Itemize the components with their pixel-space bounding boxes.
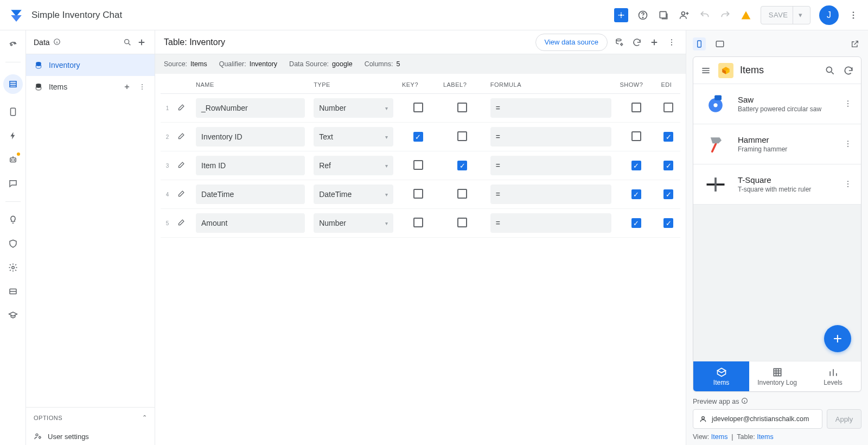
footer-view-link[interactable]: Items xyxy=(711,433,728,441)
key-checkbox[interactable] xyxy=(413,189,423,199)
more-icon[interactable] xyxy=(847,9,859,21)
rail-home-icon[interactable] xyxy=(7,38,19,50)
editable-checkbox[interactable] xyxy=(663,161,673,170)
preview-refresh-icon[interactable] xyxy=(843,65,854,77)
edit-column-icon[interactable] xyxy=(177,105,186,113)
editable-checkbox[interactable] xyxy=(663,189,673,199)
preview-tab[interactable]: Inventory Log xyxy=(749,361,805,391)
user-settings-item[interactable]: User settings xyxy=(26,428,155,445)
show-checkbox[interactable] xyxy=(631,189,641,199)
footer-table-link[interactable]: Items xyxy=(757,433,774,441)
list-item-more-icon[interactable] xyxy=(844,139,853,149)
column-type-select[interactable]: DateTime▾ xyxy=(314,185,393,204)
formula-input[interactable]: = xyxy=(490,98,611,118)
svg-rect-45 xyxy=(714,177,717,192)
rail-data-icon[interactable] xyxy=(3,74,23,94)
preview-list-item[interactable]: Saw Battery powered circular saw xyxy=(693,84,861,124)
preview-mobile-icon[interactable] xyxy=(693,37,706,50)
key-checkbox[interactable] xyxy=(413,218,423,227)
edit-column-icon[interactable] xyxy=(177,220,186,228)
column-type-select[interactable]: Ref▾ xyxy=(314,156,393,175)
search-tables-icon[interactable] xyxy=(122,37,133,48)
apply-button[interactable]: Apply xyxy=(827,409,861,429)
table-item-inventory[interactable]: Inventory xyxy=(26,54,155,76)
editable-checkbox[interactable] xyxy=(663,132,673,142)
table-item-items[interactable]: Items xyxy=(26,76,155,98)
key-checkbox[interactable] xyxy=(413,160,423,170)
rail-learn-icon[interactable] xyxy=(7,309,19,321)
formula-input[interactable]: = xyxy=(490,127,611,147)
rail-security-icon[interactable] xyxy=(7,238,19,250)
label-checkbox[interactable] xyxy=(457,161,467,170)
hamburger-icon[interactable] xyxy=(700,65,712,77)
options-toggle[interactable]: OPTIONS ⌃ xyxy=(26,408,155,428)
key-checkbox[interactable] xyxy=(413,132,423,142)
formula-input[interactable]: = xyxy=(490,156,611,175)
preview-list-item[interactable]: T-Square T-square with metric ruler xyxy=(693,164,861,205)
column-name-input[interactable]: _RowNumber xyxy=(196,98,305,118)
info-icon[interactable] xyxy=(741,397,748,406)
label-checkbox[interactable] xyxy=(457,131,467,141)
column-name-input[interactable]: Inventory ID xyxy=(196,127,305,147)
rail-settings-icon[interactable] xyxy=(7,262,19,274)
user-avatar[interactable]: J xyxy=(819,5,839,25)
column-name-input[interactable]: Item ID xyxy=(196,156,305,175)
label-checkbox[interactable] xyxy=(457,218,467,227)
redo-icon[interactable] xyxy=(719,9,731,21)
rail-views-icon[interactable] xyxy=(7,106,19,118)
regenerate-icon[interactable] xyxy=(631,37,642,48)
edit-column-icon[interactable] xyxy=(177,191,186,199)
label-checkbox[interactable] xyxy=(457,103,467,112)
show-checkbox[interactable] xyxy=(631,103,641,112)
editable-checkbox[interactable] xyxy=(663,103,673,112)
edit-column-icon[interactable] xyxy=(177,134,186,142)
add-column-icon[interactable] xyxy=(649,37,660,48)
preview-search-icon[interactable] xyxy=(824,65,836,77)
preview-tablet-icon[interactable] xyxy=(713,37,726,50)
edit-column-icon[interactable] xyxy=(177,162,186,170)
rail-intelligence-icon[interactable] xyxy=(7,214,19,226)
column-name-input[interactable]: Amount xyxy=(196,213,305,233)
column-type-select[interactable]: Number▾ xyxy=(314,98,393,118)
editor-more-icon[interactable] xyxy=(666,37,677,48)
column-type-select[interactable]: Number▾ xyxy=(314,213,393,233)
warning-icon[interactable] xyxy=(740,9,752,21)
svg-point-35 xyxy=(713,103,717,107)
table-more-icon[interactable] xyxy=(137,82,147,92)
rail-bot-icon[interactable] xyxy=(7,154,19,166)
fab-add-button[interactable]: + xyxy=(824,325,851,352)
show-checkbox[interactable] xyxy=(631,131,641,141)
undo-icon[interactable] xyxy=(699,9,711,21)
key-checkbox[interactable] xyxy=(413,103,423,112)
show-checkbox[interactable] xyxy=(631,161,641,170)
column-type-select[interactable]: Text▾ xyxy=(314,127,393,147)
add-slice-icon[interactable] xyxy=(122,82,132,92)
table-settings-icon[interactable] xyxy=(614,37,625,48)
versions-icon[interactable] xyxy=(658,9,669,21)
list-item-more-icon[interactable] xyxy=(844,99,853,109)
rail-chat-icon[interactable] xyxy=(7,177,19,189)
rail-manage-icon[interactable] xyxy=(7,285,19,297)
preview-email-field[interactable]: jdeveloper@christianschalk.com xyxy=(693,409,822,429)
save-button[interactable]: SAVE▾ xyxy=(761,6,810,24)
help-icon[interactable] xyxy=(637,9,649,21)
column-name-input[interactable]: DateTime xyxy=(196,185,305,204)
formula-input[interactable]: = xyxy=(490,185,611,204)
preview-tab[interactable]: Levels xyxy=(805,361,861,391)
rail-actions-icon[interactable] xyxy=(7,130,19,142)
formula-input[interactable]: = xyxy=(490,213,611,233)
chevron-down-icon[interactable]: ▾ xyxy=(793,7,803,24)
add-table-icon[interactable] xyxy=(136,37,147,48)
editable-checkbox[interactable] xyxy=(663,218,673,228)
view-data-source-button[interactable]: View data source xyxy=(535,34,608,51)
info-icon[interactable] xyxy=(53,38,62,47)
label-checkbox[interactable] xyxy=(457,189,467,199)
list-item-more-icon[interactable] xyxy=(844,180,853,189)
show-checkbox[interactable] xyxy=(631,218,641,228)
preview-list-item[interactable]: Hammer Framing hammer xyxy=(693,124,861,164)
open-preview-icon[interactable] xyxy=(848,37,861,50)
share-icon[interactable] xyxy=(614,8,628,22)
add-user-icon[interactable] xyxy=(678,9,690,21)
preview-tab[interactable]: Items xyxy=(693,361,749,391)
columns-table: NAME TYPE KEY? LABEL? FORMULA SHOW? EDI … xyxy=(161,74,680,238)
